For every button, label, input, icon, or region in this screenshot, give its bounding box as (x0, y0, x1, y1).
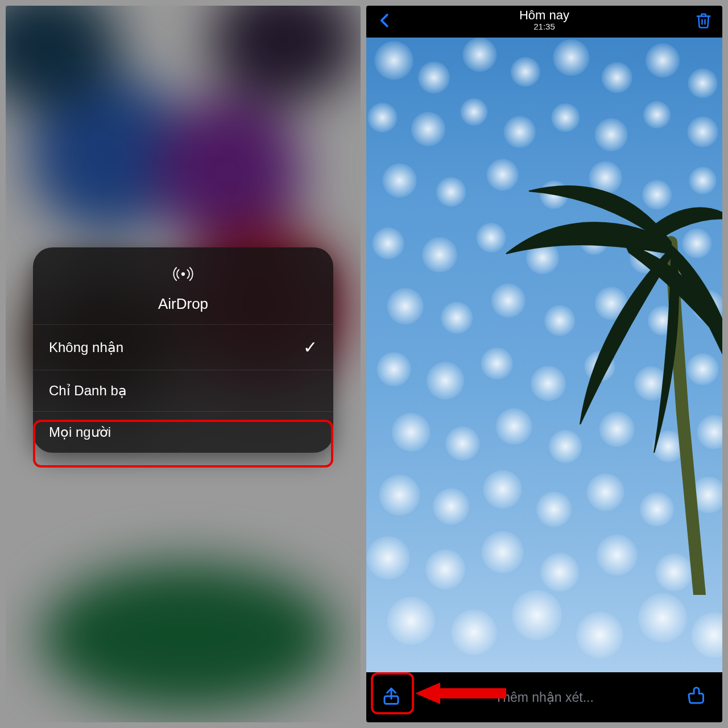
svg-point-4 (511, 57, 540, 86)
photos-bottombar: Thêm nhận xét... (366, 672, 722, 722)
airdrop-option-label: Mọi người (49, 424, 111, 440)
airdrop-option-contacts-only[interactable]: Chỉ Danh bạ (33, 370, 333, 411)
svg-point-39 (427, 362, 464, 399)
svg-point-11 (460, 98, 487, 126)
svg-point-10 (411, 112, 445, 146)
airdrop-option-everyone[interactable]: Mọi người (33, 411, 333, 453)
airdrop-icon (172, 263, 195, 289)
svg-point-67 (512, 590, 562, 640)
svg-point-24 (372, 228, 404, 259)
photos-header-title: Hôm nay (366, 8, 722, 23)
svg-point-16 (687, 117, 718, 147)
share-button[interactable] (381, 686, 402, 709)
svg-point-32 (441, 301, 473, 333)
back-button[interactable] (377, 12, 394, 31)
svg-point-59 (366, 536, 410, 580)
svg-point-8 (688, 68, 717, 98)
photos-header-time: 21:35 (366, 22, 722, 31)
airdrop-option-label: Không nhận (49, 340, 123, 355)
svg-point-46 (445, 427, 479, 461)
airdrop-option-receiving-off[interactable]: Không nhận ✓ (33, 324, 333, 370)
svg-point-60 (425, 549, 465, 589)
palm-tree-illustration (495, 185, 722, 595)
svg-point-13 (551, 104, 580, 132)
airdrop-card: AirDrop Không nhận ✓ Chỉ Danh bạ Mọi ngư… (33, 247, 333, 453)
airdrop-settings-panel: AirDrop Không nhận ✓ Chỉ Danh bạ Mọi ngư… (6, 6, 361, 722)
airdrop-option-label: Chỉ Danh bạ (49, 383, 127, 399)
svg-point-18 (436, 177, 466, 206)
svg-point-12 (504, 116, 536, 148)
svg-point-9 (367, 103, 397, 133)
like-button[interactable] (687, 686, 708, 709)
svg-point-25 (422, 237, 457, 272)
svg-point-38 (377, 352, 411, 386)
photos-viewer-panel: Hôm nay 21:35 (366, 6, 722, 722)
svg-point-1 (374, 41, 413, 80)
svg-point-68 (576, 611, 623, 658)
svg-point-14 (594, 118, 627, 151)
airdrop-title: AirDrop (158, 295, 208, 313)
svg-point-69 (638, 593, 687, 642)
svg-point-53 (433, 488, 469, 524)
svg-point-5 (553, 39, 589, 76)
svg-point-70 (691, 612, 722, 657)
svg-point-7 (646, 43, 680, 77)
svg-point-52 (379, 474, 420, 515)
svg-point-17 (382, 163, 416, 197)
svg-point-65 (387, 597, 435, 644)
svg-point-15 (643, 101, 671, 129)
checkmark-icon: ✓ (303, 337, 317, 357)
svg-point-45 (392, 413, 431, 452)
svg-point-66 (451, 609, 497, 655)
delete-button[interactable] (695, 12, 712, 31)
svg-point-2 (418, 61, 450, 93)
photos-topbar: Hôm nay 21:35 (366, 6, 722, 38)
svg-point-0 (181, 272, 185, 276)
svg-point-3 (462, 38, 497, 72)
svg-point-31 (387, 288, 424, 324)
svg-point-6 (602, 62, 632, 93)
add-caption-field[interactable]: Thêm nhận xét... (366, 690, 722, 705)
photo-content[interactable] (366, 38, 722, 672)
